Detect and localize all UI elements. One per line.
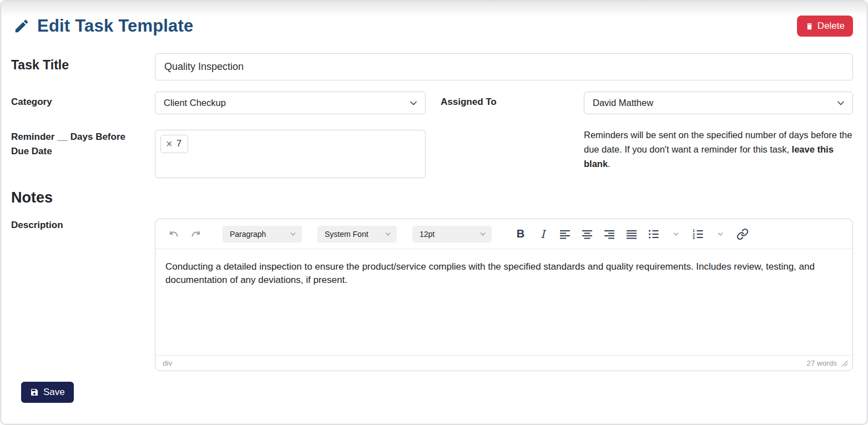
reminder-tags-input[interactable]: × 7 [155, 130, 426, 178]
bold-icon: B [517, 227, 524, 240]
editor-statusbar: div 27 words [155, 355, 852, 371]
paragraph-style-select[interactable]: Paragraph [223, 226, 302, 242]
reminder-tag: × 7 [160, 135, 188, 153]
notes-heading: Notes [11, 189, 853, 206]
align-center-button[interactable] [579, 226, 595, 242]
assigned-to-select[interactable]: David Matthew [584, 92, 853, 114]
edit-task-template-page: Edit Task Template Delete Task Title Cat… [1, 1, 867, 424]
category-assigned-row: Category Client Checkup Assigned To Davi… [11, 92, 853, 114]
chevron-down-icon [409, 99, 418, 108]
save-button[interactable]: Save [21, 382, 74, 403]
page-header: Edit Task Template Delete [1, 1, 867, 37]
chevron-down-icon [290, 231, 296, 237]
save-icon [30, 388, 39, 397]
font-family-select[interactable]: System Font [317, 226, 397, 242]
trash-icon [805, 22, 814, 31]
assigned-to-select-value: David Matthew [593, 98, 653, 108]
insert-link-button[interactable] [735, 226, 750, 242]
remove-tag-icon[interactable]: × [166, 139, 173, 149]
align-left-button[interactable] [557, 226, 573, 242]
word-count: 27 words [806, 359, 837, 367]
font-size-select[interactable]: 12pt [412, 226, 492, 242]
undo-button[interactable] [166, 226, 181, 242]
reminder-tag-value: 7 [176, 138, 181, 149]
numbered-list-button[interactable]: 123 [690, 226, 706, 242]
bullet-list-options-chevron-icon[interactable] [668, 226, 684, 242]
chevron-down-icon [480, 231, 486, 237]
align-right-button[interactable] [602, 226, 617, 242]
font-family-value: System Font [325, 230, 369, 239]
chevron-down-icon [385, 231, 391, 237]
bullet-list-button[interactable] [646, 226, 662, 242]
task-title-label: Task Title [11, 53, 155, 73]
editor-content[interactable]: Conducting a detailed inspection to ensu… [155, 249, 852, 355]
reminder-label: Reminder __ Days Before Due Date [11, 130, 155, 159]
form-content: Task Title Category Client Checkup Assig… [1, 53, 867, 403]
description-label: Description [11, 219, 155, 231]
numbered-list-options-chevron-icon[interactable] [713, 226, 728, 242]
resize-handle-icon[interactable] [841, 360, 848, 367]
reminder-row: Reminder __ Days Before Due Date × 7 Rem… [11, 130, 853, 178]
task-title-input[interactable] [155, 53, 853, 80]
paragraph-style-value: Paragraph [230, 230, 266, 239]
redo-button[interactable] [188, 226, 204, 242]
reminder-helper-text: Reminders will be sent on the specified … [584, 128, 853, 171]
editor-toolbar: Paragraph System Font 12pt [155, 219, 852, 249]
category-label: Category [11, 92, 155, 108]
italic-button[interactable]: I [535, 226, 551, 242]
title-wrap: Edit Task Template [13, 16, 194, 36]
italic-icon: I [541, 227, 545, 241]
save-button-label: Save [43, 387, 65, 398]
task-title-row: Task Title [11, 53, 853, 80]
element-path: div [163, 359, 172, 367]
font-size-value: 12pt [420, 230, 435, 239]
page-title: Edit Task Template [37, 16, 194, 36]
pencil-icon [13, 18, 30, 34]
category-select[interactable]: Client Checkup [155, 92, 426, 114]
delete-button-label: Delete [817, 21, 845, 32]
chevron-down-icon [836, 99, 845, 108]
bold-button[interactable]: B [513, 226, 528, 242]
delete-button[interactable]: Delete [797, 16, 853, 37]
align-justify-button[interactable] [624, 226, 639, 242]
rich-text-editor: Paragraph System Font 12pt [155, 219, 853, 371]
description-row: Description [11, 219, 853, 371]
assigned-to-label: Assigned To [441, 92, 584, 108]
svg-text:3: 3 [693, 235, 695, 239]
category-select-value: Client Checkup [164, 98, 226, 108]
